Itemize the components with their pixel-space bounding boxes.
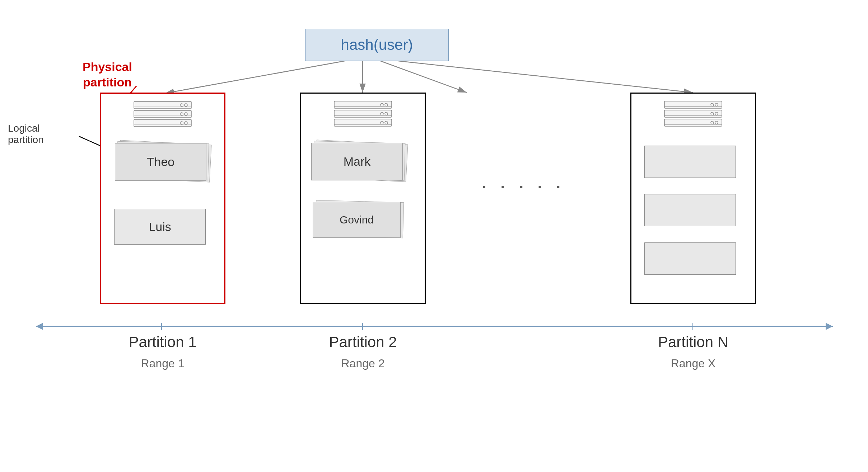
partitionN-box — [630, 93, 756, 304]
record-luis: Luis — [114, 209, 206, 245]
svg-line-3 — [165, 61, 345, 93]
dots-label: · · · · · — [481, 172, 564, 199]
rangeX-label: Range X — [630, 357, 756, 370]
svg-line-5 — [381, 61, 467, 93]
svg-rect-28 — [334, 101, 392, 108]
hash-user-box: hash(user) — [305, 29, 449, 61]
partitionN-label: Partition N — [630, 326, 756, 351]
svg-line-6 — [398, 61, 693, 93]
svg-rect-20 — [134, 110, 191, 118]
partition2-box: Mark Govind — [300, 93, 426, 304]
partition1-box: Theo Luis — [100, 93, 225, 304]
svg-rect-32 — [334, 110, 392, 117]
svg-rect-44 — [664, 110, 722, 117]
diagram-container: hash(user) Physicalpartition Logicalpart… — [0, 0, 868, 472]
range1-label: Range 1 — [100, 357, 225, 370]
server-icon-p2 — [331, 99, 395, 133]
hash-user-label: hash(user) — [341, 36, 413, 53]
record-govind: Govind — [340, 214, 374, 226]
logical-partition-label: Logicalpartition — [8, 123, 44, 146]
record-theo: Theo — [147, 155, 175, 169]
svg-rect-48 — [664, 119, 722, 126]
range2-label: Range 2 — [300, 357, 426, 370]
svg-rect-24 — [134, 119, 191, 127]
partition2-label: Partition 2 — [300, 326, 426, 351]
server-icon-pN — [661, 99, 725, 133]
svg-rect-16 — [134, 102, 191, 109]
svg-rect-40 — [664, 101, 722, 108]
svg-marker-9 — [826, 323, 833, 330]
record-luis-label: Luis — [149, 220, 171, 234]
partition1-label: Partition 1 — [100, 326, 225, 351]
svg-marker-8 — [36, 323, 43, 330]
server-icon-p1 — [130, 100, 195, 134]
record-mark: Mark — [344, 155, 371, 169]
svg-rect-36 — [334, 119, 392, 126]
physical-partition-label: Physicalpartition — [83, 59, 132, 90]
